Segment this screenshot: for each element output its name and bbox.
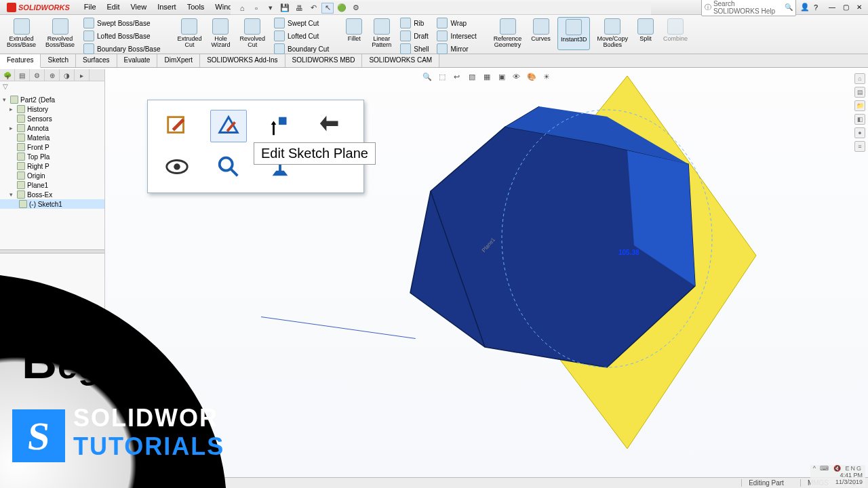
tab-dimxpert[interactable]: DimXpert: [157, 54, 200, 67]
user-icon[interactable]: 👤: [800, 3, 810, 12]
extruded-boss-button[interactable]: ExtrudedBoss/Base: [4, 17, 39, 55]
swept-cut-button[interactable]: Swept Cut: [272, 17, 331, 29]
command-ribbon: ExtrudedBoss/Base RevolvedBoss/Base Swep…: [0, 15, 868, 54]
undo-icon[interactable]: ↶: [307, 3, 319, 14]
search-help-input[interactable]: ⓘ Search SOLIDWORKS Help 🔍: [701, 0, 796, 16]
undo-button[interactable]: [313, 110, 350, 142]
instant3d-icon: [566, 19, 582, 35]
lofted-boss-button[interactable]: Lofted Boss/Base: [81, 30, 162, 42]
tree-boss-extrude[interactable]: ▾Boss-Ex: [0, 190, 104, 199]
edit-sketch-button[interactable]: [159, 110, 195, 142]
tab-surfaces[interactable]: Surfaces: [76, 54, 117, 67]
material-icon: [17, 134, 25, 142]
save-icon[interactable]: 💾: [279, 3, 291, 14]
origin-icon: [17, 171, 25, 180]
tree-annotations[interactable]: ▸Annota: [0, 123, 104, 133]
overlay-subtitle: SOLIDWOR TUTORIALS: [73, 404, 224, 461]
rebuild-icon[interactable]: 🟢: [336, 3, 348, 14]
print-icon[interactable]: 🖶: [293, 3, 305, 14]
fm-tab-dim-icon[interactable]: ⊕: [45, 69, 60, 81]
fm-tab-display-icon[interactable]: ◑: [60, 69, 75, 81]
rib-button[interactable]: Rib: [398, 17, 431, 29]
open-icon[interactable]: ▾: [264, 3, 277, 14]
split-button[interactable]: Split: [635, 17, 656, 50]
tab-evaluate[interactable]: Evaluate: [117, 54, 158, 67]
tree-root[interactable]: ▾Part2 (Defa: [0, 95, 104, 104]
menu-file[interactable]: File: [79, 1, 101, 13]
edit-sketch-plane-button[interactable]: [210, 110, 247, 142]
menu-edit[interactable]: Edit: [102, 1, 125, 13]
options-icon[interactable]: ⚙: [350, 3, 362, 14]
swept-boss-button[interactable]: Swept Boss/Base: [81, 17, 162, 29]
system-tray: ^ ⌨ 🔇 ENG 4:41 PM 11/3/2019: [810, 465, 865, 487]
menu-view[interactable]: View: [125, 1, 151, 13]
close-button[interactable]: ✕: [853, 3, 865, 12]
boundary-cut-button[interactable]: Boundary Cut: [272, 43, 331, 55]
search-help-placeholder: Search SOLIDWORKS Help: [713, 0, 783, 15]
show-hide-button[interactable]: [159, 150, 195, 183]
tree-top-plane[interactable]: Top Pla: [0, 152, 104, 161]
panel-splitter[interactable]: [0, 249, 104, 253]
tree-material[interactable]: Materia: [0, 133, 104, 142]
normal-to-button[interactable]: [262, 110, 298, 142]
new-icon[interactable]: ▫: [250, 3, 262, 14]
overlay-title: Beginn: [22, 333, 155, 389]
fm-tab-tree-icon[interactable]: 🌳: [0, 69, 15, 81]
tab-addins[interactable]: SOLIDWORKS Add-Ins: [200, 54, 285, 67]
tab-features[interactable]: Features: [0, 54, 41, 68]
reference-geometry-button[interactable]: ReferenceGeometry: [491, 17, 525, 50]
tree-front-plane[interactable]: Front P: [0, 142, 104, 152]
tree-plane1[interactable]: Plane1: [0, 180, 104, 190]
wrap-button[interactable]: Wrap: [435, 17, 478, 29]
help-question-icon[interactable]: ?: [814, 3, 818, 12]
tree-filter-icon[interactable]: ▽: [0, 81, 104, 94]
search-icon: 🔍: [785, 3, 793, 11]
svg-point-4: [220, 158, 233, 171]
extruded-cut-button[interactable]: ExtrudedCut: [174, 17, 204, 55]
tree-history[interactable]: ▸History: [0, 104, 104, 114]
tree-origin[interactable]: Origin: [0, 171, 104, 180]
sensors-icon: [17, 115, 25, 123]
revolved-cut-button[interactable]: RevolvedCut: [237, 17, 269, 55]
menu-insert[interactable]: Insert: [153, 1, 181, 13]
extruded-cut-icon: [181, 18, 197, 35]
tree-sensors[interactable]: Sensors: [0, 114, 104, 123]
menu-tools[interactable]: Tools: [182, 1, 210, 13]
app-name: SOLIDWORKS: [18, 3, 70, 12]
instant3d-button[interactable]: Instant3D: [557, 17, 591, 50]
combine-button[interactable]: Combine: [660, 17, 690, 50]
status-mode: Editing Part: [741, 479, 791, 487]
tab-sketch[interactable]: Sketch: [41, 54, 76, 67]
revolved-boss-icon: [52, 18, 68, 35]
draft-button[interactable]: Draft: [398, 30, 431, 42]
hole-wizard-button[interactable]: HoleWizard: [208, 17, 233, 55]
tab-mbd[interactable]: SOLIDWORKS MBD: [285, 54, 363, 67]
boundary-boss-button[interactable]: Boundary Boss/Base: [81, 43, 162, 55]
tab-cam[interactable]: SOLIDWORKS CAM: [362, 54, 439, 67]
annotations-icon: [17, 124, 25, 132]
fm-tab-property-icon[interactable]: ▤: [15, 69, 30, 81]
intersect-button[interactable]: Intersect: [435, 30, 478, 42]
shell-button[interactable]: Shell: [398, 43, 431, 55]
overlay-logo: S: [12, 409, 65, 462]
linear-pattern-button[interactable]: LinearPattern: [369, 17, 394, 55]
fillet-button[interactable]: Fillet: [343, 17, 365, 55]
dimension-label[interactable]: 105.38: [618, 249, 639, 256]
lofted-cut-button[interactable]: Lofted Cut: [272, 30, 331, 42]
minimize-button[interactable]: —: [826, 3, 838, 12]
home-icon[interactable]: ⌂: [236, 3, 248, 14]
mirror-button[interactable]: Mirror: [435, 43, 478, 55]
restore-button[interactable]: ▢: [840, 3, 852, 12]
help-icon: ⓘ: [705, 3, 711, 12]
select-icon[interactable]: ↖: [321, 3, 334, 14]
fm-tab-config-icon[interactable]: ⚙: [30, 69, 45, 81]
tooltip-label: Edit Sketch Plane: [254, 142, 376, 165]
curves-button[interactable]: Curves: [528, 17, 553, 50]
tree-right-plane[interactable]: Right P: [0, 161, 104, 171]
plane-icon: [17, 152, 25, 161]
zoom-to-selection-button[interactable]: [210, 150, 247, 183]
move-copy-bodies-button[interactable]: Move/CopyBodies: [594, 17, 631, 50]
tree-sketch1[interactable]: (-) Sketch1: [0, 199, 104, 209]
revolved-boss-button[interactable]: RevolvedBoss/Base: [43, 17, 77, 55]
fm-tab-more-icon[interactable]: ▸: [75, 69, 90, 81]
